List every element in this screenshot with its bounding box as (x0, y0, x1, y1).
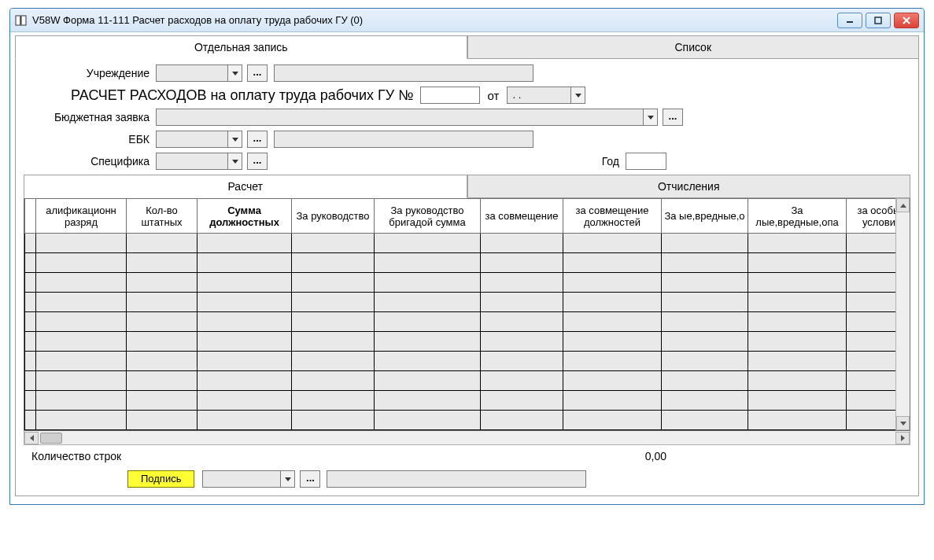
specifics-lookup-button[interactable]: ... (247, 153, 268, 170)
row-budget-request: Бюджетная заявка ... (24, 109, 910, 126)
tab-calc[interactable]: Расчет (24, 175, 467, 198)
data-table[interactable]: алификационн разряд Кол-во штатных Сумма… (24, 198, 895, 430)
year-input[interactable] (626, 153, 666, 170)
footer-row: Количество строк 0,00 (24, 445, 910, 464)
budget-request-combo[interactable] (156, 109, 658, 126)
svg-rect-1 (21, 16, 26, 25)
row-handle-header (25, 199, 36, 234)
table-row[interactable] (25, 312, 896, 332)
date-value: . . (508, 87, 570, 103)
chevron-down-icon (227, 131, 242, 147)
scroll-thumb[interactable] (40, 433, 62, 444)
app-icon (15, 14, 28, 27)
col-0[interactable]: алификационн разряд (36, 199, 127, 234)
svg-rect-4 (875, 17, 881, 24)
table-row[interactable] (25, 391, 896, 411)
table-row[interactable] (25, 332, 896, 352)
tab-list[interactable]: Список (467, 35, 920, 59)
signature-display (327, 470, 586, 488)
scroll-left-icon[interactable] (24, 432, 39, 444)
ebk-display (274, 131, 533, 148)
form-panel: Учреждение ... РАСЧЕТ РАСХОДОВ на оплату… (15, 58, 919, 496)
window-controls (837, 13, 919, 28)
col-9[interactable]: за особые условия (847, 199, 896, 234)
data-grid: алификационн разряд Кол-во штатных Сумма… (24, 198, 910, 431)
date-combo[interactable]: . . (507, 87, 585, 104)
row-specifics: Специфика ... Год (24, 153, 910, 170)
svg-rect-0 (16, 16, 20, 25)
sub-tabstrip: Расчет Отчисления (24, 175, 910, 198)
signature-button[interactable]: Подпись (127, 470, 194, 488)
col-2[interactable]: Сумма должностных (198, 199, 292, 234)
col-5[interactable]: за совмещение (481, 199, 563, 234)
col-1[interactable]: Кол-во штатных (127, 199, 198, 234)
calc-heading: РАСЧЕТ РАСХОДОВ на оплату труда рабочих … (71, 87, 420, 104)
rowcount-label: Количество строк (31, 450, 121, 462)
scroll-up-icon[interactable] (896, 198, 910, 212)
signature-lookup-button[interactable]: ... (300, 470, 320, 488)
window-title: V58W Форма 11-111 Расчет расходов на опл… (32, 14, 837, 26)
chevron-down-icon (227, 65, 242, 81)
rowcount-value: 0,00 (645, 450, 666, 462)
minimize-button[interactable] (837, 13, 862, 28)
label-specifics: Специфика (24, 155, 156, 168)
col-7[interactable]: За ые,вредные,о (662, 199, 748, 234)
table-row[interactable] (25, 352, 896, 371)
table-row[interactable] (25, 273, 896, 293)
maximize-button[interactable] (866, 13, 891, 28)
chevron-down-icon (280, 471, 294, 487)
close-button[interactable] (894, 13, 919, 28)
signature-row: Подпись ... (24, 464, 910, 491)
label-from: от (480, 89, 508, 102)
tab-single-record[interactable]: Отдельная запись (15, 35, 467, 59)
calc-number-input[interactable] (420, 87, 480, 104)
row-calc-title: РАСЧЕТ РАСХОДОВ на оплату труда рабочих … (24, 87, 910, 104)
signature-combo[interactable] (202, 470, 295, 488)
table-row[interactable] (25, 234, 896, 253)
titlebar: V58W Форма 11-111 Расчет расходов на опл… (10, 9, 924, 32)
chevron-down-icon (643, 109, 657, 125)
ebk-combo[interactable] (156, 131, 242, 148)
app-window: V58W Форма 11-111 Расчет расходов на опл… (9, 8, 925, 505)
col-6[interactable]: за совмещение должностей (563, 199, 662, 234)
table-row[interactable] (25, 293, 896, 312)
ebk-lookup-button[interactable]: ... (247, 131, 268, 148)
label-institution: Учреждение (24, 67, 156, 79)
scroll-down-icon[interactable] (896, 416, 910, 430)
table-header-row: алификационн разряд Кол-во штатных Сумма… (25, 199, 896, 234)
chevron-down-icon (227, 153, 242, 169)
row-ebk: ЕБК ... (24, 131, 910, 148)
label-budget-request: Бюджетная заявка (24, 111, 156, 123)
col-4[interactable]: За руководство бригадой сумма (375, 199, 481, 234)
vertical-scrollbar[interactable] (895, 198, 910, 430)
institution-combo[interactable] (156, 64, 242, 82)
label-year: Год (602, 155, 626, 168)
col-3[interactable]: За руководство (292, 199, 375, 234)
window-body: Отдельная запись Список Учреждение ... Р… (10, 32, 924, 504)
chevron-down-icon (570, 87, 585, 103)
label-ebk: ЕБК (24, 133, 156, 146)
table-row[interactable] (25, 253, 896, 273)
scroll-right-icon[interactable] (895, 432, 910, 444)
col-8[interactable]: За лые,вредные,опа (748, 199, 847, 234)
budget-request-lookup-button[interactable]: ... (663, 109, 683, 126)
institution-lookup-button[interactable]: ... (247, 64, 268, 82)
table-row[interactable] (25, 411, 896, 430)
top-tabstrip: Отдельная запись Список (15, 35, 919, 59)
table-row[interactable] (25, 371, 896, 391)
specifics-combo[interactable] (156, 153, 242, 170)
horizontal-scrollbar[interactable] (24, 431, 910, 445)
tab-deductions[interactable]: Отчисления (467, 175, 911, 198)
row-institution: Учреждение ... (24, 64, 910, 82)
institution-display (274, 64, 533, 82)
